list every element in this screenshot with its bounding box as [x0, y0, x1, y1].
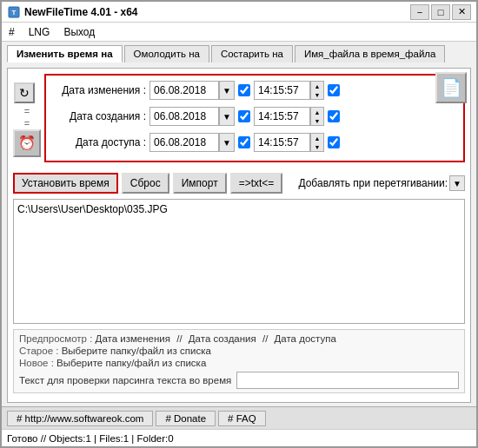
parse-label: Текст для проверки парсинга текста во вр…	[19, 375, 231, 385]
preview-new-value: Выберите папку/файл из списка	[56, 358, 206, 368]
date-created-check2[interactable]	[328, 110, 340, 122]
preview-date-change: Дата изменения	[96, 333, 170, 344]
window-controls: − □ ✕	[410, 4, 471, 20]
preview-sep2: //	[262, 333, 268, 344]
drag-dropdown[interactable]: ▼	[449, 175, 465, 191]
import-button[interactable]: Импорт	[173, 173, 227, 194]
preview-old-value: Выберите папку/файл из списка	[62, 346, 211, 356]
preview-old-row: Старое : Выберите папку/файл из списка	[19, 346, 459, 356]
content-area: Изменить время на Омолодить на Состарить…	[2, 42, 476, 406]
maximize-button[interactable]: □	[431, 4, 450, 20]
parse-input[interactable]	[236, 372, 459, 389]
date-modified-row: Дата изменения : ▼ ▲ ▼	[50, 79, 460, 102]
minimize-button[interactable]: −	[410, 4, 429, 20]
date-access-input[interactable]	[149, 133, 219, 152]
parse-row: Текст для проверки парсинга текста во вр…	[19, 372, 459, 389]
preview-section: Предпросмотр : Дата изменения // Дата со…	[13, 329, 465, 393]
time-access-up[interactable]: ▲	[311, 134, 323, 142]
menu-exit[interactable]: Выход	[63, 26, 95, 38]
date-modified-input[interactable]	[149, 81, 219, 100]
time-created-up[interactable]: ▲	[311, 108, 323, 116]
time-modified-down[interactable]: ▼	[311, 90, 323, 99]
date-created-time[interactable]	[254, 107, 310, 126]
date-access-spinner[interactable]: ▲ ▼	[310, 133, 324, 152]
time-modified-up[interactable]: ▲	[311, 82, 323, 90]
preview-date-access: Дата доступа	[275, 333, 336, 344]
menu-bar: # LNG Выход	[2, 23, 476, 42]
reset-button[interactable]: Сброс	[122, 173, 169, 194]
drag-add-label: Добавлять при перетягивании: ▼	[298, 175, 465, 191]
tab-change-time[interactable]: Изменить время на	[7, 45, 123, 63]
status-text: Готово // Objects:1 | Files:1 | Folder:0	[7, 433, 174, 444]
main-window: T NewFileTime 4.01 - x64 − □ ✕ # LNG Вых…	[0, 0, 478, 448]
preview-sep1: //	[176, 333, 182, 344]
file-icon-right[interactable]: 📄	[435, 72, 467, 103]
preview-date-create: Дата создания	[189, 333, 256, 344]
file-list[interactable]: C:\Users\User\Desktop\035.JPG	[13, 199, 465, 324]
date-access-calendar[interactable]: ▼	[219, 133, 235, 152]
date-access-time[interactable]	[254, 133, 310, 152]
date-modified-check2[interactable]	[328, 84, 340, 96]
date-created-spinner[interactable]: ▲ ▼	[310, 107, 324, 126]
date-modified-calendar[interactable]: ▼	[219, 81, 235, 100]
tab-age[interactable]: Состарить на	[211, 45, 293, 63]
date-access-label: Дата доступа :	[50, 136, 149, 148]
date-created-row: Дата создания : ▼ ▲ ▼	[50, 105, 460, 128]
toolbar: Установить время Сброс Импорт =>txt<= До…	[13, 173, 465, 194]
date-created-calendar[interactable]: ▼	[219, 107, 235, 126]
link-faq[interactable]: # FAQ	[218, 411, 266, 426]
time-access-down[interactable]: ▼	[311, 142, 323, 151]
close-button[interactable]: ✕	[452, 4, 471, 20]
main-area: ↻ = = ⏰ Дата изменения : ▼	[7, 68, 471, 403]
date-created-input[interactable]	[149, 107, 219, 126]
preview-header: Предпросмотр : Дата изменения // Дата со…	[19, 333, 459, 344]
date-created-check1[interactable]	[238, 110, 250, 122]
link-donate[interactable]: # Donate	[156, 411, 216, 426]
tabs-row: Изменить время на Омолодить на Состарить…	[7, 45, 471, 63]
set-time-button[interactable]: Установить время	[13, 173, 118, 194]
clock-icon-left[interactable]: ⏰	[13, 129, 41, 157]
date-created-label: Дата создания :	[50, 110, 149, 122]
window-title: NewFileTime 4.01 - x64	[24, 6, 410, 18]
tab-rejuvenate[interactable]: Омолодить на	[124, 45, 209, 63]
preview-new-row: Новое : Выберите папку/файл из списка	[19, 358, 459, 368]
app-icon: T	[7, 5, 21, 19]
date-access-check2[interactable]	[328, 136, 340, 148]
date-modified-check1[interactable]	[238, 84, 250, 96]
menu-hash[interactable]: #	[9, 26, 15, 38]
date-modified-spinner[interactable]: ▲ ▼	[310, 81, 324, 100]
date-modified-label: Дата изменения :	[50, 84, 149, 96]
date-access-row: Дата доступа : ▼ ▲ ▼	[50, 131, 460, 154]
file-entry: C:\Users\User\Desktop\035.JPG	[17, 203, 168, 215]
refresh-button[interactable]: ↻	[14, 82, 35, 103]
bottom-links: # http://www.softwareok.com # Donate # F…	[2, 406, 476, 429]
date-access-check1[interactable]	[238, 136, 250, 148]
link-softwareok[interactable]: # http://www.softwareok.com	[7, 411, 153, 426]
tab-filename-time[interactable]: Имя_файла в время_файла	[295, 45, 446, 63]
date-modified-time[interactable]	[254, 81, 310, 100]
menu-lng[interactable]: LNG	[29, 26, 50, 38]
txt-button[interactable]: =>txt<=	[230, 173, 283, 194]
svg-text:T: T	[12, 9, 17, 16]
title-bar: T NewFileTime 4.01 - x64 − □ ✕	[2, 2, 476, 23]
time-created-down[interactable]: ▼	[311, 116, 323, 125]
status-bar: Готово // Objects:1 | Files:1 | Folder:0	[2, 429, 476, 446]
